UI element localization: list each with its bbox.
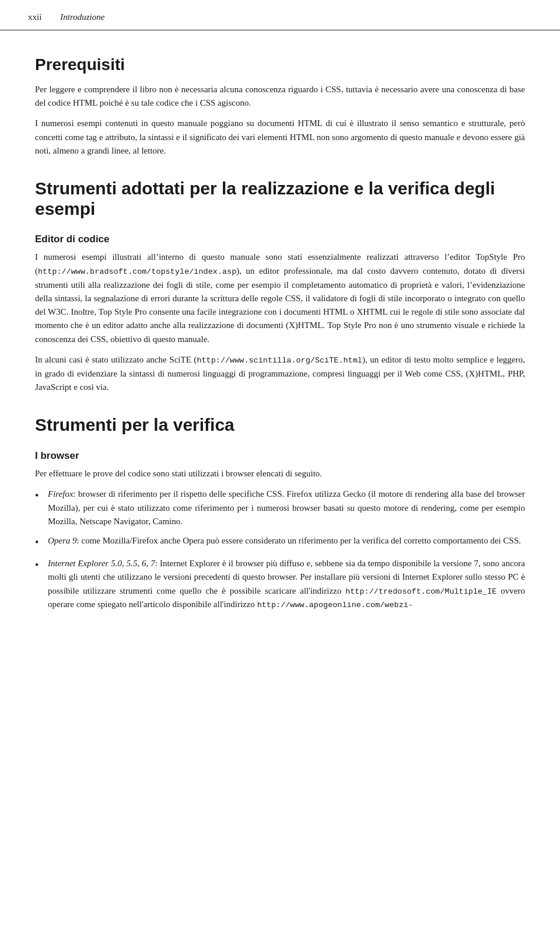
section-prerequisiti: Prerequisiti Per leggere e comprendere i… [35, 55, 525, 158]
list-item-text-2: Opera 9: come Mozilla/Firefox anche Oper… [48, 534, 525, 548]
item-text-opera: : come Mozilla/Firefox anche Opera può e… [77, 536, 521, 545]
editor-codice-heading: Editor di codice [35, 232, 525, 247]
browser-intro: Per effettuare le prove del codice sono … [35, 467, 525, 480]
bullet-icon: • [35, 488, 48, 504]
strumenti-verifica-heading: Strumenti per la verifica [35, 415, 525, 435]
bullet-icon: • [35, 557, 48, 574]
editor-p1-text2: ), un editor professionale, ma dal costo… [35, 266, 525, 344]
browser-list: • Firefox: browser di riferimento per il… [35, 487, 525, 612]
main-content: Prerequisiti Per leggere e comprendere i… [0, 30, 560, 641]
item-url-ie-1: http://tredosoft.com/Multiple_IE [345, 587, 496, 596]
editor-url-1: http://www.bradsoft.com/topstyle/index.a… [38, 267, 236, 276]
editor-paragraph-2: In alcuni casi è stato utilizzato anche … [35, 353, 525, 394]
editor-paragraph-1: I numerosi esempi illustrati all’interno… [35, 250, 525, 346]
page-number: xxii [28, 11, 41, 24]
prerequisiti-p1: Per leggere e comprendere il libro non è… [35, 83, 525, 110]
editor-p3-pre: In alcuni casi è stato utilizzato anche … [35, 355, 197, 364]
page-header: xxii Introduzione [0, 0, 560, 30]
bullet-icon: • [35, 535, 48, 551]
section-strumenti-verifica: Strumenti per la verifica I browser Per … [35, 415, 525, 612]
header-title: Introduzione [60, 11, 104, 24]
list-item: • Opera 9: come Mozilla/Firefox anche Op… [35, 534, 525, 551]
item-title-ie: Internet Explorer 5.0, 5.5, 6, 7 [48, 559, 155, 568]
list-item: • Internet Explorer 5.0, 5.5, 6, 7: Inte… [35, 557, 525, 612]
list-item-text-1: Firefox: browser di riferimento per il r… [48, 487, 525, 528]
item-title-opera: Opera 9 [48, 536, 77, 545]
section-strumenti-adottati: Strumenti adottati per la realizzazione … [35, 179, 525, 394]
browser-heading: I browser [35, 448, 525, 463]
editor-url-2: http://www.scintilla.org/SciTE.html [197, 356, 362, 365]
item-text-firefox: : browser di riferimento per il rispetto… [48, 489, 525, 526]
item-url-ie-2: http://www.apogeonline.com/webzi- [257, 601, 413, 609]
page: xxii Introduzione Prerequisiti Per legge… [0, 0, 560, 941]
item-title-firefox: Firefox [48, 489, 74, 499]
list-item-text-3: Internet Explorer 5.0, 5.5, 6, 7: Intern… [48, 557, 525, 612]
prerequisiti-p2: I numerosi esempi contenuti in questo ma… [35, 117, 525, 158]
prerequisiti-heading: Prerequisiti [35, 55, 525, 75]
strumenti-adottati-heading: Strumenti adottati per la realizzazione … [35, 179, 525, 219]
list-item: • Firefox: browser di riferimento per il… [35, 487, 525, 528]
